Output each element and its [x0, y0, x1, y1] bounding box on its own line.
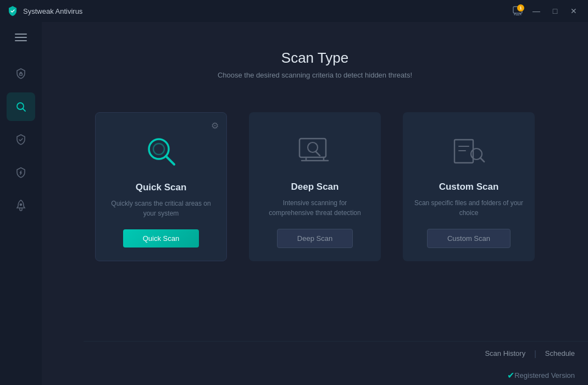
sidebar-item-scan[interactable] [7, 92, 35, 121]
deep-scan-title: Deep Scan [291, 182, 339, 193]
registered-label: Registered Version [514, 371, 575, 380]
custom-scan-card[interactable]: Custom Scan Scan specific files and fold… [403, 112, 535, 261]
quick-scan-title: Quick Scan [136, 182, 187, 193]
main-layout: Scan Type Choose the desired scanning cr… [0, 22, 588, 385]
shield-bolt-icon [14, 166, 27, 179]
content-area: Scan Type Choose the desired scanning cr… [42, 22, 588, 385]
custom-scan-desc: Scan specific files and folders of your … [414, 198, 524, 218]
svg-point-9 [308, 142, 318, 152]
svg-point-4 [20, 204, 22, 206]
svg-point-7 [153, 144, 164, 155]
scan-history-link[interactable]: Scan History [485, 349, 525, 358]
app-logo-icon [7, 5, 19, 17]
quick-scan-icon [139, 129, 183, 173]
search-icon [14, 100, 27, 113]
deep-scan-icon [293, 129, 337, 173]
custom-scan-button[interactable]: Custom Scan [427, 229, 511, 248]
title-bar: Systweak Antivirus 1 — □ ✕ [0, 0, 588, 22]
page-title: Scan Type [281, 50, 348, 67]
svg-line-13 [480, 158, 484, 162]
rocket-icon [14, 199, 27, 212]
minimize-button[interactable]: — [529, 5, 544, 17]
shield-check-icon [14, 133, 27, 146]
hamburger-line [15, 40, 27, 41]
sidebar-item-protection[interactable] [7, 59, 35, 88]
sidebar [0, 22, 42, 385]
notification-icon[interactable]: 1 [510, 3, 525, 19]
sidebar-item-boost[interactable] [7, 191, 35, 220]
quick-scan-button[interactable]: Quick Scan [123, 229, 199, 248]
close-button[interactable]: ✕ [566, 5, 581, 17]
schedule-link[interactable]: Schedule [545, 349, 575, 358]
title-bar-controls: 1 — □ ✕ [510, 3, 581, 19]
sidebar-item-check[interactable] [7, 125, 35, 154]
quick-scan-desc: Quickly scans the critical areas on your… [107, 199, 215, 218]
sidebar-menu-toggle[interactable] [9, 28, 33, 47]
maximize-button[interactable]: □ [547, 5, 563, 17]
footer-divider: | [534, 349, 536, 358]
deep-scan-card[interactable]: Deep Scan Intensive scanning for compreh… [249, 112, 381, 261]
svg-line-6 [166, 156, 174, 164]
deep-scan-desc: Intensive scanning for comprehensive thr… [260, 198, 370, 218]
svg-rect-8 [299, 139, 326, 157]
page-subtitle: Choose the desired scanning criteria to … [218, 71, 412, 79]
svg-line-10 [316, 152, 320, 156]
notification-badge: 1 [517, 4, 524, 12]
quick-scan-card[interactable]: ⚙ Quick Scan Quickly scans the critical … [95, 112, 227, 261]
shield-lock-icon [14, 67, 27, 80]
custom-scan-icon [447, 129, 491, 173]
gear-icon[interactable]: ⚙ [211, 120, 219, 131]
scan-cards-container: ⚙ Quick Scan Quickly scans the critical … [95, 112, 535, 261]
app-title: Systweak Antivirus [23, 7, 82, 15]
footer-registered: ✔ Registered Version [84, 365, 588, 385]
hamburger-line [15, 37, 27, 38]
footer-links: Scan History | Schedule [84, 341, 588, 365]
registered-check-icon: ✔ [507, 370, 514, 381]
custom-scan-title: Custom Scan [439, 182, 499, 193]
footer-area: Scan History | Schedule ✔ Registered Ver… [84, 341, 588, 385]
hamburger-line [15, 34, 27, 35]
title-bar-left: Systweak Antivirus [7, 5, 82, 17]
deep-scan-button[interactable]: Deep Scan [277, 229, 353, 248]
sidebar-item-security[interactable] [7, 158, 35, 187]
